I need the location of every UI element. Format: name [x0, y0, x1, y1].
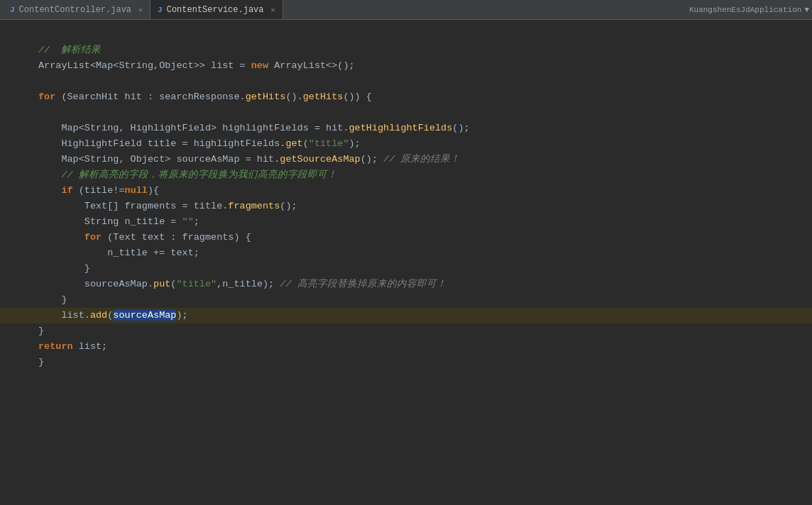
code-line: String n_title = "";: [0, 214, 812, 230]
code-line: sourceAsMap.put("title",n_title); // 高亮字…: [0, 277, 812, 292]
code-line: return list;: [0, 339, 812, 355]
app-name: KuangshenEsJdApplication: [689, 6, 801, 14]
code-line: for (Text text : fragments) {: [0, 230, 812, 245]
code-line: // 解析结果: [0, 43, 812, 58]
code-line: n_title += text;: [0, 245, 812, 261]
tab-contentservice[interactable]: J ContentService.java ✕: [150, 0, 282, 19]
code-line: }: [0, 292, 812, 308]
tab-contentcontroller[interactable]: J ContentController.java ✕: [3, 0, 150, 19]
code-line: for (SearchHit hit : searchResponse.getH…: [0, 89, 812, 105]
code-line: }: [0, 261, 812, 277]
code-line: [0, 27, 812, 43]
code-line: [0, 105, 812, 121]
tab-label-active: ContentService.java: [167, 5, 264, 15]
code-line-highlighted: list.add(sourceAsMap);: [0, 308, 812, 323]
code-line: Text[] fragments = title.fragments();: [0, 199, 812, 214]
code-line: [0, 74, 812, 89]
tab-bar: J ContentController.java ✕ J ContentServ…: [0, 0, 812, 20]
tab-label: ContentController.java: [19, 5, 131, 15]
code-line: Map<String, Object> sourceAsMap = hit.ge…: [0, 152, 812, 167]
java-icon-active: J: [158, 6, 163, 14]
code-line: ArrayList<Map<String,Object>> list = new…: [0, 58, 812, 74]
close-icon[interactable]: ✕: [138, 6, 143, 14]
dropdown-icon[interactable]: ▼: [804, 6, 809, 14]
java-icon: J: [10, 6, 15, 14]
code-line: if (title!=null){: [0, 183, 812, 199]
code-line: HighlightField title = highlightFields.g…: [0, 136, 812, 152]
code-editor: // 解析结果 ArrayList<Map<String,Object>> li…: [0, 20, 812, 489]
code-line: }: [0, 355, 812, 370]
close-icon-active[interactable]: ✕: [271, 6, 275, 14]
code-line: }: [0, 323, 812, 339]
code-line: // 解析高亮的字段，将原来的字段换为我们高亮的字段即可！: [0, 167, 812, 183]
code-line: Map<String, HighlightField> highlightFie…: [0, 121, 812, 136]
